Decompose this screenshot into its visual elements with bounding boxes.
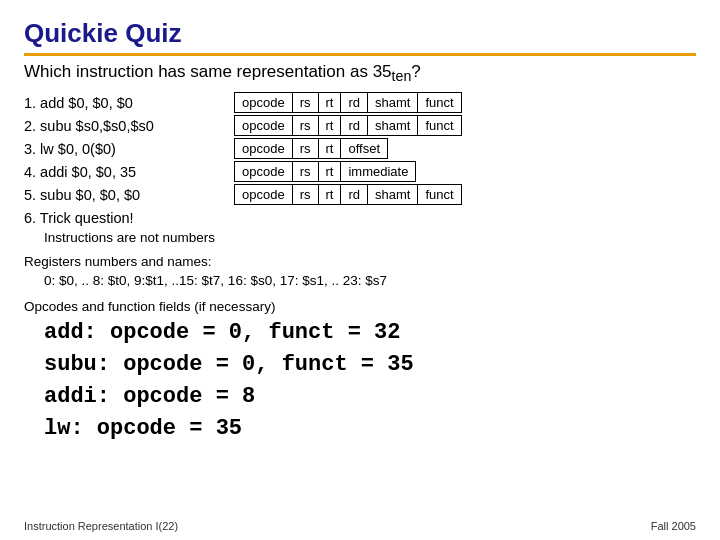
cell-shamt: shamt bbox=[368, 116, 418, 136]
item-label-6: 6. Trick question! bbox=[24, 208, 234, 228]
cell-offset: offset bbox=[341, 139, 388, 159]
item-label-5: 5. subu $0, $0, $0 bbox=[24, 185, 234, 205]
item-label-1: 1. add $0, $0, $0 bbox=[24, 93, 234, 113]
cell-opcode: opcode bbox=[235, 116, 293, 136]
cell-opcode: opcode bbox=[235, 162, 293, 182]
cell-shamt: shamt bbox=[368, 185, 418, 205]
cell-rd: rd bbox=[341, 93, 368, 113]
opcodes-label: Opcodes and function fields (if necessar… bbox=[24, 299, 696, 314]
cell-shamt: shamt bbox=[368, 93, 418, 113]
item-row-5: 5. subu $0, $0, $0 opcode rs rt rd shamt… bbox=[24, 184, 696, 205]
content-area: 1. add $0, $0, $0 opcode rs rt rd shamt … bbox=[24, 92, 696, 445]
cell-opcode: opcode bbox=[235, 185, 293, 205]
cell-funct: funct bbox=[418, 116, 461, 136]
cell-rt: rt bbox=[318, 139, 341, 159]
item-label-2: 2. subu $s0,$s0,$s0 bbox=[24, 116, 234, 136]
registers-block: Registers numbers and names: 0: $0, .. 8… bbox=[24, 250, 696, 289]
cell-funct: funct bbox=[418, 185, 461, 205]
cell-rs: rs bbox=[292, 93, 318, 113]
slide-title: Quickie Quiz bbox=[24, 18, 696, 56]
item-row-6: 6. Trick question! bbox=[24, 208, 696, 228]
table-1: opcode rs rt rd shamt funct bbox=[234, 92, 462, 113]
cell-rt: rt bbox=[318, 116, 341, 136]
item-row-3: 3. lw $0, 0($0) opcode rs rt offset bbox=[24, 138, 696, 159]
cell-opcode: opcode bbox=[235, 139, 293, 159]
table-4: opcode rs rt immediate bbox=[234, 161, 416, 182]
big-item-4: lw: opcode = 35 bbox=[44, 413, 696, 445]
footer-left: Instruction Representation I(22) bbox=[24, 520, 178, 532]
footer-right: Fall 2005 bbox=[651, 520, 696, 532]
cell-rs: rs bbox=[292, 139, 318, 159]
table-2: opcode rs rt rd shamt funct bbox=[234, 115, 462, 136]
cell-rs: rs bbox=[292, 185, 318, 205]
item-row-4: 4. addi $0, $0, 35 opcode rs rt immediat… bbox=[24, 161, 696, 182]
item-row-2: 2. subu $s0,$s0,$s0 opcode rs rt rd sham… bbox=[24, 115, 696, 136]
trick-line2: Instructions are not numbers bbox=[44, 229, 696, 247]
registers-values: 0: $0, .. 8: $t0, 9:$t1, ..15: $t7, 16: … bbox=[44, 273, 696, 288]
item-label-3: 3. lw $0, 0($0) bbox=[24, 139, 234, 159]
cell-rd: rd bbox=[341, 116, 368, 136]
cell-rt: rt bbox=[318, 185, 341, 205]
question: Which instruction has same representatio… bbox=[24, 62, 696, 84]
big-item-2: subu: opcode = 0, funct = 35 bbox=[44, 349, 696, 381]
big-item-1: add: opcode = 0, funct = 32 bbox=[44, 317, 696, 349]
cell-funct: funct bbox=[418, 93, 461, 113]
cell-rs: rs bbox=[292, 116, 318, 136]
slide: Quickie Quiz Which instruction has same … bbox=[0, 0, 720, 540]
opcodes-block: Opcodes and function fields (if necessar… bbox=[24, 295, 696, 315]
cell-rt: rt bbox=[318, 93, 341, 113]
cell-rd: rd bbox=[341, 185, 368, 205]
cell-immediate: immediate bbox=[341, 162, 416, 182]
big-code-block: add: opcode = 0, funct = 32 subu: opcode… bbox=[24, 317, 696, 445]
item-row-1: 1. add $0, $0, $0 opcode rs rt rd shamt … bbox=[24, 92, 696, 113]
cell-rs: rs bbox=[292, 162, 318, 182]
cell-rt: rt bbox=[318, 162, 341, 182]
table-5: opcode rs rt rd shamt funct bbox=[234, 184, 462, 205]
item-label-4: 4. addi $0, $0, 35 bbox=[24, 162, 234, 182]
table-3: opcode rs rt offset bbox=[234, 138, 388, 159]
footer: Instruction Representation I(22) Fall 20… bbox=[24, 520, 696, 532]
registers-label: Registers numbers and names: bbox=[24, 254, 696, 269]
cell-opcode: opcode bbox=[235, 93, 293, 113]
big-item-3: addi: opcode = 8 bbox=[44, 381, 696, 413]
